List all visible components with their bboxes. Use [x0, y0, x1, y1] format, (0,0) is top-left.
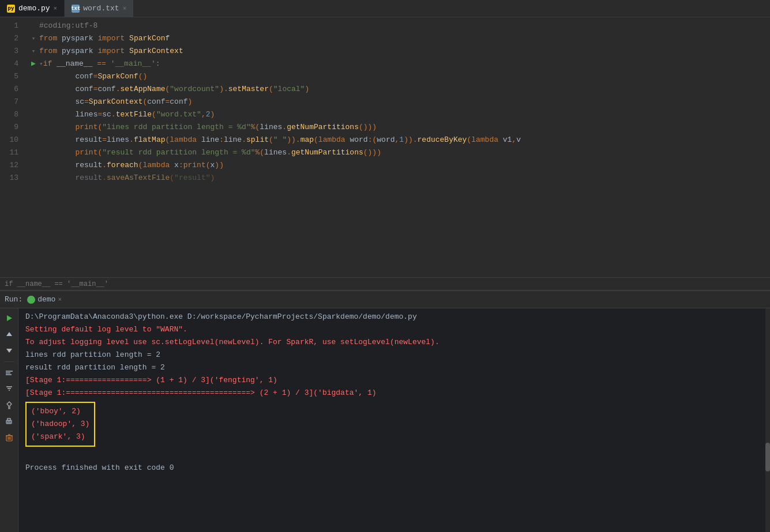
toolbar-separator-1	[4, 361, 14, 362]
code-line-1: #coding:utf-8	[28, 20, 770, 32]
output-line-path: D:\ProgramData\Anaconda3\python.exe D:/w…	[25, 311, 758, 323]
output-hadoop: ('hadoop', 3)	[31, 418, 89, 431]
svg-marker-1	[6, 332, 12, 336]
gutter-3: ▾	[28, 45, 39, 58]
line-11-code: print("result rdd partition length = %d"…	[39, 146, 381, 159]
breadcrumb-bar: if __name__ == '__main__'	[0, 277, 770, 290]
tab-bar: py demo.py × txt word.txt ×	[0, 0, 770, 17]
line-8-code: lines=sc.textFile("word.txt",2)	[39, 108, 215, 121]
code-line-9: print("lines rdd partition length = %d"%…	[28, 121, 770, 134]
run-tab-close[interactable]: ×	[58, 296, 62, 303]
svg-rect-10	[7, 418, 10, 421]
line-9-code: print("lines rdd partition length = %d"%…	[39, 121, 377, 134]
run-tab-label: demo	[37, 295, 55, 304]
run-demo-icon	[27, 296, 35, 304]
result-box: ('bboy', 2) ('hadoop', 3) ('spark', 3)	[25, 402, 95, 447]
tab-demo-py[interactable]: py demo.py ×	[0, 0, 65, 17]
line-4-code: ▾if __name__ == '__main__':	[39, 58, 160, 70]
tab-demo-py-label: demo.py	[18, 4, 50, 13]
svg-marker-0	[7, 315, 12, 321]
output-line-lines: lines rdd partition length = 2	[25, 349, 758, 361]
output-line-stage1: [Stage 1:==================> (1 + 1) / 3…	[25, 374, 758, 387]
line-2-code: from pyspark import SparkConf	[39, 32, 170, 45]
svg-marker-2	[6, 349, 12, 353]
code-line-2: ▾ from pyspark import SparkConf	[28, 32, 770, 45]
wrap-button[interactable]	[3, 367, 16, 379]
output-line-warn1: Setting default log level to "WARN".	[25, 323, 758, 336]
tab-demo-py-close[interactable]: ×	[54, 5, 58, 12]
line-6-code: conf=conf.setAppName("wordcount").setMas…	[39, 83, 309, 96]
output-line-stage2: [Stage 1:===============================…	[25, 387, 758, 399]
fold-icon-2[interactable]: ▾	[32, 32, 36, 45]
scroll-down-button[interactable]	[3, 344, 16, 357]
tab-word-txt-label: word.txt	[83, 4, 119, 13]
code-line-8: lines=sc.textFile("word.txt",2)	[28, 108, 770, 121]
code-line-12: result.foreach(lambda x:print(x))	[28, 159, 770, 172]
breadcrumb-text: if __name__ == '__main__'	[5, 280, 108, 288]
code-line-13: result.saveAsTextFile("result")	[28, 172, 770, 184]
tab-word-txt-close[interactable]: ×	[123, 5, 127, 12]
code-content[interactable]: #coding:utf-8 ▾ from pyspark import Spar…	[23, 17, 770, 277]
py-file-icon: py	[7, 5, 15, 13]
code-editor[interactable]: 1 2 3 4 5 6 7 8 9 10 11 12 13 #coding:ut…	[0, 17, 770, 277]
run-body: D:\ProgramData\Anaconda3\python.exe D:/w…	[0, 308, 770, 532]
editor-area: 1 2 3 4 5 6 7 8 9 10 11 12 13 #coding:ut…	[0, 17, 770, 290]
fold-icon-3[interactable]: ▾	[32, 45, 36, 58]
tab-word-txt[interactable]: txt word.txt ×	[65, 0, 134, 17]
scrollbar-thumb[interactable]	[765, 443, 770, 471]
code-line-11: print("result rdd partition length = %d"…	[28, 146, 770, 159]
code-line-6: conf=conf.setAppName("wordcount").setMas…	[28, 83, 770, 96]
run-panel: Run: demo ×	[0, 290, 770, 532]
line-5-code: conf=SparkConf()	[39, 70, 147, 83]
line-10-code: result=lines.flatMap(lambda line:line.sp…	[39, 134, 521, 146]
output-blank	[25, 449, 758, 462]
pin-button[interactable]	[3, 399, 16, 412]
delete-button[interactable]	[3, 431, 16, 444]
run-header: Run: demo ×	[0, 291, 770, 308]
code-line-4: ▶ ▾if __name__ == '__main__':	[28, 58, 770, 70]
output-spark: ('spark', 3)	[31, 431, 89, 443]
gutter-2: ▾	[28, 32, 39, 45]
line-3-code: from pyspark import SparkContext	[39, 45, 183, 58]
scroll-up-button[interactable]	[3, 328, 16, 341]
txt-file-icon: txt	[72, 5, 80, 13]
print-button[interactable]	[3, 415, 16, 428]
output-bboy: ('bboy', 2)	[31, 405, 89, 418]
line-7-code: sc=SparkContext(conf=conf)	[39, 96, 192, 108]
code-line-3: ▾ from pyspark import SparkContext	[28, 45, 770, 58]
output-line-result-part: result rdd partition length = 2	[25, 361, 758, 374]
run-label: Run:	[5, 295, 22, 304]
line-numbers: 1 2 3 4 5 6 7 8 9 10 11 12 13	[0, 17, 23, 277]
code-line-10: result=lines.flatMap(lambda line:line.sp…	[28, 134, 770, 146]
line-13-code: result.saveAsTextFile("result")	[39, 172, 215, 184]
result-box-container: ('bboy', 2) ('hadoop', 3) ('spark', 3)	[25, 402, 758, 447]
scrollbar-track[interactable]	[765, 308, 770, 532]
code-line-7: sc=SparkContext(conf=conf)	[28, 96, 770, 108]
run-tab-demo[interactable]: demo ×	[27, 295, 62, 304]
filter-button[interactable]	[3, 383, 16, 395]
run-toolbar	[0, 308, 18, 532]
line-12-code: result.foreach(lambda x:print(x))	[39, 159, 224, 172]
output-line-warn2: To adjust logging level use sc.setLogLev…	[25, 336, 758, 349]
output-exit: Process finished with exit code 0	[25, 462, 758, 474]
code-line-5: conf=SparkConf()	[28, 70, 770, 83]
run-output[interactable]: D:\ProgramData\Anaconda3\python.exe D:/w…	[18, 308, 765, 532]
line-1-code: #coding:utf-8	[39, 20, 97, 32]
gutter-4[interactable]: ▶	[28, 58, 39, 70]
svg-rect-11	[7, 422, 10, 423]
run-button[interactable]	[3, 312, 16, 325]
